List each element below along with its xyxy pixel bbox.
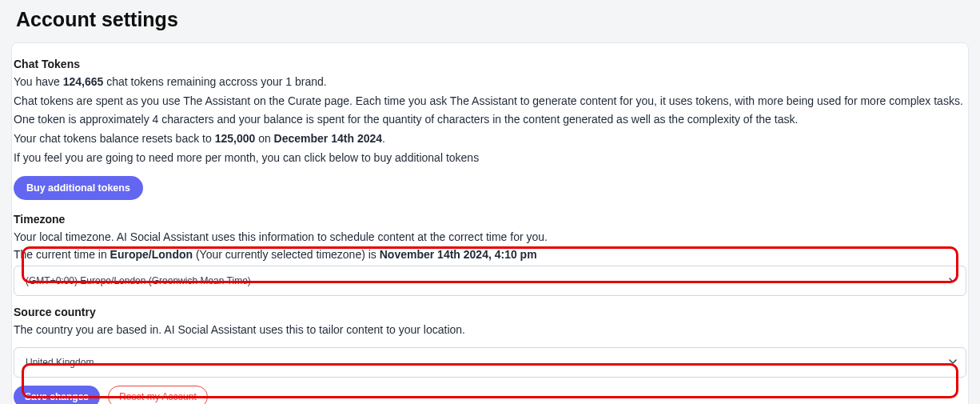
source-country-heading: Source country xyxy=(14,306,966,322)
tokens-explain-1: Chat tokens are spent as you use The Ass… xyxy=(14,93,966,110)
timezone-desc: Your local timezone. AI Social Assistant… xyxy=(14,229,966,246)
tokens-explain-2: One token is approximately 4 characters … xyxy=(14,111,966,129)
timezone-heading: Timezone xyxy=(14,213,966,229)
text: Your chat tokens balance resets back to xyxy=(14,132,215,145)
timezone-select[interactable]: (GMT+0:00) Europe/London (Greenwich Mean… xyxy=(14,266,966,296)
source-country-section: Source country The country you are based… xyxy=(12,306,968,378)
timezone-section: Timezone Your local timezone. AI Social … xyxy=(12,213,968,295)
settings-card: Chat Tokens You have 124,665 chat tokens… xyxy=(11,42,969,404)
chat-tokens-section: Chat Tokens You have 124,665 chat tokens… xyxy=(12,58,968,205)
timezone-current-text: The current time in Europe/London (Your … xyxy=(14,246,966,264)
text: (Your currently selected timezone) is xyxy=(193,248,380,261)
timezone-select-wrap: (GMT+0:00) Europe/London (Greenwich Mean… xyxy=(14,266,966,296)
tokens-more-text: If you feel you are going to need more p… xyxy=(14,150,966,167)
text: on xyxy=(255,132,273,145)
source-country-select-wrap: United Kingdom xyxy=(14,347,966,378)
timezone-current-datetime: November 14th 2024, 4:10 pm xyxy=(380,248,537,261)
text: The current time in xyxy=(14,248,110,261)
chat-tokens-heading: Chat Tokens xyxy=(14,58,966,74)
text: You have xyxy=(14,75,63,88)
tokens-remaining-text: You have 124,665 chat tokens remaining a… xyxy=(14,74,966,91)
tokens-reset-amount: 125,000 xyxy=(215,132,256,145)
page-title: Account settings xyxy=(0,0,980,42)
form-actions: Save changes Reset my Account xyxy=(12,386,968,405)
save-button[interactable]: Save changes xyxy=(14,386,100,405)
tokens-reset-text: Your chat tokens balance resets back to … xyxy=(14,130,966,148)
source-country-select[interactable]: United Kingdom xyxy=(14,347,966,378)
tokens-count: 124,665 xyxy=(63,75,104,88)
tokens-reset-date: December 14th 2024 xyxy=(274,132,382,145)
text: chat tokens remaining accross your 1 bra… xyxy=(103,75,326,88)
reset-account-button[interactable]: Reset my Account xyxy=(108,386,208,405)
source-country-desc: The country you are based in. AI Social … xyxy=(14,322,966,339)
buy-tokens-button[interactable]: Buy additional tokens xyxy=(14,176,143,200)
timezone-current-tz: Europe/London xyxy=(110,248,193,261)
text: . xyxy=(382,132,385,145)
